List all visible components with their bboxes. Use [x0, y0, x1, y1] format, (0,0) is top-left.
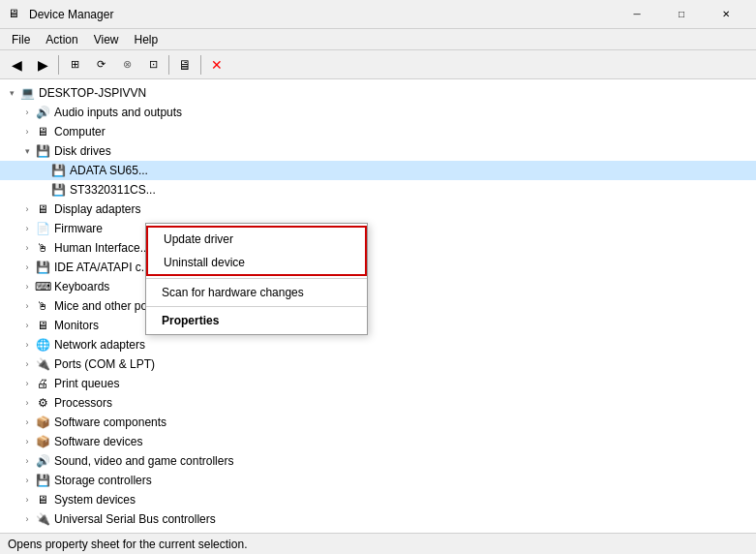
- tree-label-display: Display adapters: [54, 202, 140, 216]
- toolbar-forward[interactable]: ▶: [30, 53, 55, 77]
- toolbar-update[interactable]: ⟳: [88, 53, 113, 77]
- toolbar-remove[interactable]: ✕: [204, 53, 229, 77]
- sw-devices-icon: 📦: [35, 434, 50, 449]
- tree-item-disk-drives[interactable]: ▾ 💾 Disk drives: [0, 141, 756, 161]
- toolbar-uninstall[interactable]: ⊗: [114, 53, 139, 77]
- expand-usb[interactable]: ›: [19, 511, 35, 527]
- computer-node-icon: 🖥: [35, 124, 50, 139]
- expand-monitors[interactable]: ›: [19, 318, 35, 333]
- tree-label-system: System devices: [54, 493, 136, 507]
- expand-display[interactable]: ›: [19, 201, 35, 217]
- tree-item-monitors[interactable]: › 🖥 Monitors: [0, 316, 756, 335]
- tree-label-ide: IDE ATA/ATAPI c...: [54, 261, 151, 274]
- expand-network[interactable]: ›: [19, 337, 35, 353]
- tree-item-root[interactable]: ▾ 💻 DESKTOP-JSPIVVN: [0, 83, 756, 103]
- tree-item-st3320[interactable]: 💾 ST3320311CS...: [0, 180, 756, 200]
- tree-item-display[interactable]: › 🖥 Display adapters: [0, 200, 756, 219]
- tree-label-keyboards: Keyboards: [54, 280, 109, 293]
- tree-item-firmware[interactable]: › 📄 Firmware: [0, 219, 756, 238]
- disk-drives-icon: 💾: [35, 143, 50, 159]
- tree-item-mice[interactable]: › 🖱 Mice and other pointing devices: [0, 296, 756, 316]
- toolbar-separator-2: [168, 55, 169, 75]
- menu-action[interactable]: Action: [38, 31, 85, 48]
- menu-bar: File Action View Help: [0, 29, 756, 50]
- tree-item-network[interactable]: › 🌐 Network adapters: [0, 335, 756, 354]
- tree-label-sound: Sound, video and game controllers: [54, 454, 233, 468]
- tree-label-root: DESKTOP-JSPIVVN: [39, 86, 146, 100]
- expand-disk-drives[interactable]: ▾: [19, 143, 35, 159]
- adata-disk-icon: 💾: [50, 163, 66, 178]
- expand-root[interactable]: ▾: [4, 85, 19, 101]
- tree-label-storage: Storage controllers: [54, 474, 152, 487]
- tree-label-ports: Ports (COM & LPT): [54, 357, 155, 371]
- device-tree[interactable]: ▾ 💻 DESKTOP-JSPIVVN › 🔊 Audio inputs and…: [0, 79, 756, 533]
- menu-view[interactable]: View: [86, 31, 127, 48]
- context-menu-uninstall-device[interactable]: Uninstall device: [148, 251, 365, 274]
- expand-processors[interactable]: ›: [19, 395, 35, 411]
- main-content: ▾ 💻 DESKTOP-JSPIVVN › 🔊 Audio inputs and…: [0, 79, 756, 533]
- tree-item-hid[interactable]: › 🖱 Human Interface...: [0, 238, 756, 258]
- network-icon: 🌐: [35, 337, 50, 353]
- toolbar-scan[interactable]: ⊡: [140, 53, 166, 77]
- tree-label-sw-components: Software components: [54, 416, 166, 429]
- expand-firmware[interactable]: ›: [19, 221, 35, 236]
- tree-item-processors[interactable]: › ⚙ Processors: [0, 393, 756, 413]
- expand-adata: [35, 163, 50, 178]
- tree-item-adata[interactable]: 💾 ADATA SU65...: [0, 161, 756, 180]
- expand-storage[interactable]: ›: [19, 473, 35, 488]
- expand-sound[interactable]: ›: [19, 453, 35, 469]
- expand-mice[interactable]: ›: [19, 298, 35, 314]
- context-menu-properties[interactable]: Properties: [146, 309, 367, 332]
- minimize-button[interactable]: ─: [615, 0, 659, 29]
- context-menu-update-driver[interactable]: Update driver: [148, 228, 365, 251]
- toolbar: ◀ ▶ ⊞ ⟳ ⊗ ⊡ 🖥 ✕: [0, 50, 756, 79]
- processors-icon: ⚙: [35, 395, 50, 411]
- tree-label-st3320: ST3320311CS...: [70, 183, 156, 197]
- tree-label-audio: Audio inputs and outputs: [54, 106, 182, 119]
- tree-item-print[interactable]: › 🖨 Print queues: [0, 374, 756, 393]
- toolbar-back[interactable]: ◀: [4, 53, 29, 77]
- expand-sw-components[interactable]: ›: [19, 415, 35, 430]
- toolbar-properties[interactable]: ⊞: [62, 53, 87, 77]
- tree-label-monitors: Monitors: [54, 319, 99, 332]
- ide-icon: 💾: [35, 260, 50, 275]
- toolbar-device-manager[interactable]: 🖥: [172, 53, 197, 77]
- status-bar: Opens property sheet for the current sel…: [0, 533, 756, 554]
- expand-computer[interactable]: ›: [19, 124, 35, 139]
- tree-item-audio[interactable]: › 🔊 Audio inputs and outputs: [0, 103, 756, 122]
- tree-item-storage[interactable]: › 💾 Storage controllers: [0, 471, 756, 490]
- maximize-button[interactable]: □: [659, 0, 704, 29]
- tree-item-sw-components[interactable]: › 📦 Software components: [0, 413, 756, 432]
- tree-label-hid: Human Interface...: [54, 241, 150, 255]
- expand-audio[interactable]: ›: [19, 105, 35, 120]
- menu-help[interactable]: Help: [127, 31, 166, 48]
- expand-sw-devices[interactable]: ›: [19, 434, 35, 449]
- tree-item-ide[interactable]: › 💾 IDE ATA/ATAPI c...: [0, 258, 756, 277]
- expand-system[interactable]: ›: [19, 492, 35, 508]
- computer-icon: 💻: [19, 85, 35, 101]
- tree-item-system[interactable]: › 🖥 System devices: [0, 490, 756, 509]
- expand-ide[interactable]: ›: [19, 260, 35, 275]
- menu-file[interactable]: File: [4, 31, 38, 48]
- tree-item-ports[interactable]: › 🔌 Ports (COM & LPT): [0, 354, 756, 374]
- window-title: Device Manager: [29, 8, 615, 21]
- tree-item-sound[interactable]: › 🔊 Sound, video and game controllers: [0, 451, 756, 471]
- usb-icon: 🔌: [35, 511, 50, 527]
- tree-item-usb[interactable]: › 🔌 Universal Serial Bus controllers: [0, 509, 756, 529]
- context-menu-sep-1: [146, 278, 367, 279]
- ports-icon: 🔌: [35, 356, 50, 372]
- expand-keyboards[interactable]: ›: [19, 279, 35, 294]
- keyboards-icon: ⌨: [35, 279, 50, 294]
- tree-item-sw-devices[interactable]: › 📦 Software devices: [0, 432, 756, 451]
- tree-item-computer[interactable]: › 🖥 Computer: [0, 122, 756, 141]
- print-icon: 🖨: [35, 376, 50, 391]
- context-menu-scan[interactable]: Scan for hardware changes: [146, 281, 367, 304]
- sound-icon: 🔊: [35, 453, 50, 469]
- expand-hid[interactable]: ›: [19, 240, 35, 256]
- system-icon: 🖥: [35, 492, 50, 508]
- display-icon: 🖥: [35, 201, 50, 217]
- expand-print[interactable]: ›: [19, 376, 35, 391]
- expand-ports[interactable]: ›: [19, 356, 35, 372]
- close-button[interactable]: ✕: [704, 0, 748, 29]
- tree-item-keyboards[interactable]: › ⌨ Keyboards: [0, 277, 756, 296]
